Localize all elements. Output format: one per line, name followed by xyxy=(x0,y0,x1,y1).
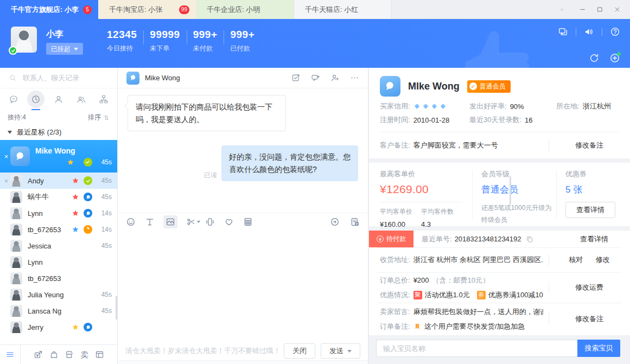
minimize-button[interactable] xyxy=(575,2,590,18)
more-icon[interactable] xyxy=(350,73,359,82)
paid-check-icon xyxy=(84,176,92,185)
close-contact-icon[interactable]: × xyxy=(2,153,10,160)
contact-name: Andy xyxy=(28,177,72,185)
incoming-message: 请问我刚刚拍下的商品可以给我包装一下吗，我是要送人的。 xyxy=(128,95,286,131)
transfer-icon[interactable] xyxy=(34,350,43,359)
scissors-icon xyxy=(186,217,196,227)
caret-down-icon xyxy=(8,131,12,134)
contact-sidebar: 接待:4 排序 最近星标 (2/3) ×Mike Wong45s×Andy45s… xyxy=(0,68,118,364)
sidebar-tab-recent[interactable] xyxy=(27,91,44,108)
group-label: 最近星标 (2/3) xyxy=(17,127,61,137)
refresh-icon[interactable] xyxy=(589,53,600,63)
sell-icon[interactable]: 卖 xyxy=(80,350,88,359)
group-header[interactable]: 最近星标 (2/3) xyxy=(0,125,117,140)
shop-tab-2[interactable]: 千牛淘宝店: 小张99 xyxy=(98,0,196,19)
image-button[interactable] xyxy=(163,215,177,228)
contact-row[interactable]: ×Lynn14s xyxy=(0,205,117,221)
sidebar-tab-contact[interactable] xyxy=(50,91,67,108)
shake-button[interactable] xyxy=(205,216,215,227)
scissors-button[interactable] xyxy=(186,216,196,227)
menu-button[interactable] xyxy=(0,345,21,364)
shop-tab-3[interactable]: 千牛企业店: 小明 xyxy=(196,0,294,19)
customer-avatar xyxy=(380,76,400,97)
calculator-button[interactable] xyxy=(243,216,253,227)
field-label: 买家信用: xyxy=(380,101,410,111)
contact-row[interactable]: ×Mike Wong45s xyxy=(0,140,117,173)
view-details-button[interactable]: 查看详情 xyxy=(565,202,615,218)
status-dropdown[interactable]: 已挂起 xyxy=(46,43,83,55)
sort-button[interactable]: 排序 xyxy=(88,113,110,122)
font-button[interactable] xyxy=(144,216,155,227)
user-avatar[interactable] xyxy=(11,27,37,53)
shake-icon xyxy=(205,217,215,227)
paid-check-icon xyxy=(84,158,92,167)
contact-row[interactable]: ×Julia Yeung45s xyxy=(0,286,117,303)
contact-name: tb_672653 xyxy=(28,226,72,234)
sidebar-tab-conversation[interactable] xyxy=(5,91,22,108)
chat-scrollbar[interactable] xyxy=(510,176,511,205)
group-icon xyxy=(77,94,86,104)
maximize-button[interactable] xyxy=(592,2,607,18)
message-input[interactable] xyxy=(118,231,368,342)
field-value: 浙江杭州 xyxy=(583,101,611,111)
close-contact-icon[interactable]: × xyxy=(2,177,10,184)
chat-forward-icon[interactable] xyxy=(311,73,320,82)
customer-panel: MIke Wong ✓ 普通会员 买家信用: 发出好评率: 90% 所在地: 浙… xyxy=(369,68,630,364)
status-slot xyxy=(84,225,97,234)
close-button[interactable] xyxy=(609,2,625,18)
modify-address-button[interactable]: 修改 xyxy=(596,255,610,265)
history-button[interactable] xyxy=(349,216,360,227)
help-icon[interactable] xyxy=(610,27,620,37)
sidebar-scrollbar[interactable] xyxy=(116,296,117,320)
discount-text: 活动优惠1.0元 xyxy=(425,290,470,300)
shipping-address-row: 收货地址: 浙江省 杭州市 余杭区 阿里巴巴 西溪园区... xyxy=(380,247,543,272)
order-no-label: 最近单号: xyxy=(422,234,452,244)
header-stat: 99999未下单 xyxy=(143,28,186,53)
verify-address-button[interactable]: 核对 xyxy=(569,255,583,265)
copy-icon[interactable] xyxy=(526,235,533,243)
shop-tab-4[interactable]: 千牛天猫店: 小红 xyxy=(294,0,391,19)
font-icon xyxy=(145,217,155,227)
quick-reply-button[interactable] xyxy=(329,216,340,227)
contact-row[interactable]: ×Jerry xyxy=(0,319,117,335)
contact-row[interactable]: ×蜗牛牛45s xyxy=(0,189,117,205)
close-chat-button[interactable]: 关闭 xyxy=(284,343,315,359)
contact-row[interactable]: ×tb_67265314s xyxy=(0,221,117,238)
product-search-input[interactable] xyxy=(376,340,577,357)
edit-shipping-button[interactable]: 修改运费 xyxy=(549,272,630,303)
edit-note-button[interactable]: 修改备注 xyxy=(549,132,630,158)
heart-button[interactable] xyxy=(224,216,234,227)
contact-row[interactable]: ×Jessica45s xyxy=(0,238,117,254)
edit-order-note-button[interactable]: 修改备注 xyxy=(549,303,630,335)
order-detail-link[interactable]: 查看详情 xyxy=(580,231,608,247)
emoji-button[interactable] xyxy=(125,216,136,227)
unread-badge: 99 xyxy=(179,5,189,14)
status-label: 已挂起 xyxy=(51,44,71,54)
shop-tab-1[interactable]: 千牛官方旗舰店: 小李5 xyxy=(0,0,98,19)
shop-tab-label: 千牛官方旗舰店: 小李 xyxy=(11,5,79,15)
sidebar-tab-group[interactable] xyxy=(73,91,90,108)
shop-icon[interactable] xyxy=(65,350,74,359)
resize-strip xyxy=(118,360,368,364)
search-product-button[interactable]: 搜索宝贝 xyxy=(577,340,620,357)
speaker-icon[interactable] xyxy=(584,27,594,37)
message-icon[interactable] xyxy=(558,27,568,37)
add-plugin-icon[interactable] xyxy=(609,53,620,63)
workbench-icon[interactable] xyxy=(95,350,104,359)
wangwang-icon xyxy=(84,209,92,218)
bag-icon[interactable] xyxy=(49,350,59,359)
send-button[interactable]: 发送 xyxy=(321,343,360,359)
search-input[interactable] xyxy=(22,73,109,82)
chat-header: Mike Wong xyxy=(118,68,368,88)
task-add-icon[interactable] xyxy=(291,73,301,82)
contact-row[interactable]: ×tb_672653 xyxy=(0,270,117,286)
customer-note: 客户备注: 客户脚面较宽，需要大一号 xyxy=(380,132,543,158)
pin-icon[interactable] xyxy=(554,2,569,18)
contact-row[interactable]: ×Lynn xyxy=(0,254,117,270)
sidebar-tab-org[interactable] xyxy=(95,91,112,108)
contact-row[interactable]: ×Andy45s xyxy=(0,173,117,189)
avg-price-metric: 平均客单价 ¥160.00 xyxy=(380,207,421,228)
user-add-icon[interactable] xyxy=(330,73,340,82)
red-star-icon xyxy=(72,209,79,217)
contact-row[interactable]: ×Lansca Ng45s xyxy=(0,303,117,319)
